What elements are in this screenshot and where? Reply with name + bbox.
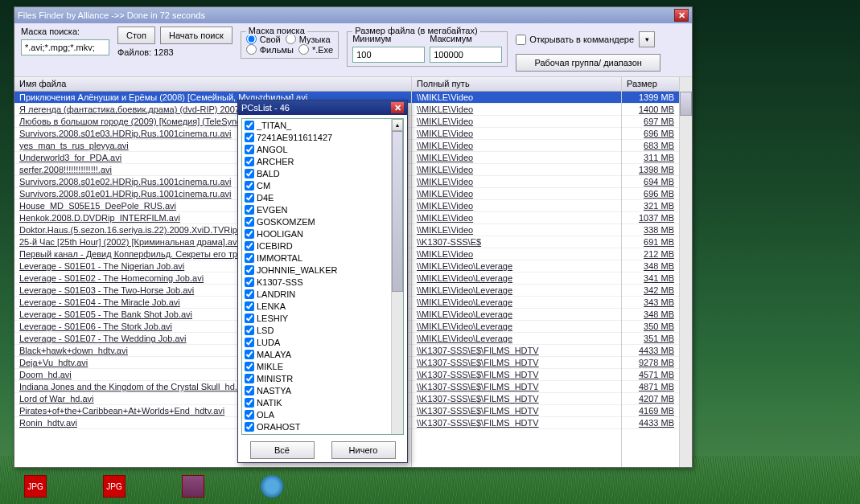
- desktop-icon-jpg[interactable]: [24, 475, 47, 498]
- table-row[interactable]: \\MIKLE\Video: [412, 200, 621, 212]
- table-row[interactable]: 9278 MB: [622, 357, 679, 369]
- popup-titlebar[interactable]: PCsList - 46 ✕: [238, 100, 407, 115]
- table-row[interactable]: 697 MB: [622, 116, 679, 128]
- pc-checkbox[interactable]: [245, 326, 254, 335]
- table-row[interactable]: 691 MB: [622, 236, 679, 248]
- table-row[interactable]: \\MIKLE\Video\Leverage: [412, 272, 621, 285]
- pc-list-item[interactable]: OLA: [242, 408, 403, 420]
- radio-films[interactable]: Фильмы: [246, 44, 294, 55]
- pc-checkbox[interactable]: [245, 410, 254, 420]
- pc-checkbox[interactable]: [245, 350, 254, 359]
- table-row[interactable]: \\MIKLE\Video: [412, 128, 621, 140]
- table-row[interactable]: 1398 MB: [622, 164, 679, 176]
- pc-list-item[interactable]: LENKA: [242, 300, 403, 312]
- select-all-button[interactable]: Всё: [250, 441, 315, 459]
- table-row[interactable]: \\K1307-SSS\E$\FILMS_HDTV: [412, 405, 621, 417]
- pc-checkbox[interactable]: [245, 374, 254, 383]
- pc-checkbox[interactable]: [245, 133, 254, 142]
- table-row[interactable]: \\MIKLE\Video: [412, 92, 621, 104]
- table-row[interactable]: \\MIKLE\Video\Leverage: [412, 309, 621, 321]
- table-row[interactable]: \\MIKLE\Video\Leverage: [412, 333, 621, 345]
- pc-list-item[interactable]: LANDRIN: [242, 288, 403, 300]
- table-row[interactable]: \\MIKLE\Video\Leverage: [412, 285, 621, 297]
- pc-list-item[interactable]: K1307-SSS: [242, 276, 403, 288]
- pc-list-item[interactable]: MINISTR: [242, 372, 403, 384]
- pc-checkbox[interactable]: [245, 434, 254, 436]
- table-row[interactable]: \\K1307-SSS\E$\FILMS_HDTV: [412, 393, 621, 405]
- table-row[interactable]: 212 MB: [622, 248, 679, 260]
- search-mask-input[interactable]: [21, 39, 109, 55]
- pc-checkbox[interactable]: [245, 193, 254, 203]
- open-commander-checkbox[interactable]: Открывать в коммандере: [516, 35, 634, 45]
- table-row[interactable]: \\MIKLE\Video: [412, 188, 621, 200]
- pc-list-item[interactable]: GOSKOMZEM: [242, 215, 403, 227]
- table-row[interactable]: 4433 MB: [622, 417, 679, 429]
- popup-scrollbar[interactable]: ▴: [391, 119, 403, 434]
- table-row[interactable]: 1399 MB: [622, 92, 679, 104]
- table-row[interactable]: 4207 MB: [622, 393, 679, 405]
- pc-list-item[interactable]: ARCHER: [242, 155, 403, 167]
- table-row[interactable]: \\MIKLE\Video: [412, 152, 621, 164]
- dropdown-toggle-icon[interactable]: ▾: [639, 31, 655, 47]
- pc-checkbox[interactable]: [245, 205, 254, 215]
- table-row[interactable]: \\K1307-SSS\E$\FILMS_HDTV: [412, 369, 621, 381]
- pc-checkbox[interactable]: [245, 241, 254, 251]
- table-row[interactable]: \\MIKLE\Video: [412, 248, 621, 260]
- pc-checkbox[interactable]: [245, 398, 254, 408]
- pc-list-item[interactable]: LSD: [242, 324, 403, 336]
- pc-list-item[interactable]: MALAYA: [242, 348, 403, 360]
- min-input[interactable]: [352, 47, 425, 63]
- pc-checkbox[interactable]: [245, 229, 254, 239]
- table-row[interactable]: 696 MB: [622, 188, 679, 200]
- pc-checkbox[interactable]: [245, 181, 254, 191]
- max-input[interactable]: [430, 47, 502, 63]
- table-row[interactable]: \\K1307-SSS\E$\FILMS_HDTV: [412, 381, 621, 393]
- titlebar[interactable]: Files Finder by Alliance ->> Done in 72 …: [14, 7, 692, 23]
- pc-list-item[interactable]: JOHNNIE_WALKER: [242, 264, 403, 276]
- pc-checkbox[interactable]: [245, 121, 254, 130]
- table-row[interactable]: 338 MB: [622, 224, 679, 236]
- table-row[interactable]: \\MIKLE\Video: [412, 116, 621, 128]
- workgroup-button[interactable]: Рабочая группа/ диапазон: [516, 54, 660, 72]
- select-none-button[interactable]: Ничего: [331, 441, 396, 459]
- pc-list-item[interactable]: ICEBIRD: [242, 240, 403, 252]
- table-row[interactable]: 694 MB: [622, 176, 679, 188]
- table-row[interactable]: \\MIKLE\Video: [412, 176, 621, 188]
- table-row[interactable]: 696 MB: [622, 128, 679, 140]
- pc-list-item[interactable]: NASTYA: [242, 384, 403, 396]
- pc-checkbox[interactable]: [245, 386, 254, 395]
- pc-list-item[interactable]: 7241AE911611427: [242, 131, 403, 143]
- desktop-icon-rar[interactable]: [182, 475, 204, 498]
- table-row[interactable]: 341 MB: [622, 272, 679, 285]
- pc-list-item[interactable]: D4E: [242, 191, 403, 203]
- pc-checkbox[interactable]: [245, 277, 254, 287]
- pc-checkbox[interactable]: [245, 338, 254, 347]
- desktop-icon-windows[interactable]: [261, 475, 283, 498]
- pc-checkbox[interactable]: [245, 253, 254, 263]
- table-row[interactable]: \\MIKLE\Video: [412, 140, 621, 152]
- popup-close-icon[interactable]: ✕: [391, 102, 404, 113]
- table-row[interactable]: \\MIKLE\Video: [412, 224, 621, 236]
- table-row[interactable]: \\MIKLE\Video\Leverage: [412, 297, 621, 309]
- table-row[interactable]: \\MIKLE\Video: [412, 212, 621, 224]
- table-row[interactable]: 348 MB: [622, 260, 679, 272]
- col-header-path[interactable]: Полный путь: [412, 77, 621, 92]
- pc-checkbox[interactable]: [245, 301, 254, 311]
- pc-list-item[interactable]: MIKLE: [242, 360, 403, 372]
- table-row[interactable]: 683 MB: [622, 140, 679, 152]
- pc-list-item[interactable]: CM: [242, 179, 403, 191]
- table-row[interactable]: 4571 MB: [622, 369, 679, 381]
- table-row[interactable]: \\K1307-SSS\E$\FILMS_HDTV: [412, 357, 621, 369]
- pc-checkbox[interactable]: [245, 265, 254, 275]
- table-row[interactable]: 4871 MB: [622, 381, 679, 393]
- table-row[interactable]: 1400 MB: [622, 104, 679, 116]
- pc-list-item[interactable]: BALD: [242, 167, 403, 179]
- pc-list-item[interactable]: ORAHOST: [242, 420, 403, 432]
- pc-checkbox[interactable]: [245, 289, 254, 299]
- pc-checkbox[interactable]: [245, 217, 254, 227]
- pc-list-item[interactable]: IMMORTAL: [242, 252, 403, 264]
- pc-checkbox[interactable]: [245, 313, 254, 323]
- table-row[interactable]: 350 MB: [622, 321, 679, 333]
- pc-list-item[interactable]: PALYASHUK: [242, 432, 403, 435]
- pc-list-item[interactable]: LESHIY: [242, 312, 403, 324]
